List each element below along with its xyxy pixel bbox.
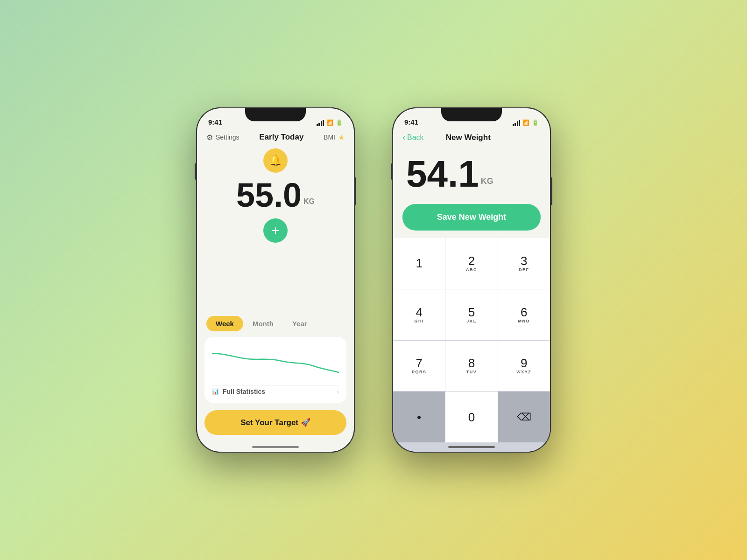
key-6[interactable]: 6 MNO [498, 289, 550, 340]
back-chevron-icon: ‹ [402, 133, 405, 142]
key-7-sub: PQRS [412, 370, 427, 374]
settings-label: Settings [216, 133, 240, 141]
key-2[interactable]: 2 ABC [445, 238, 497, 289]
period-tab-bar: Week Month Year [197, 312, 354, 335]
home-indicator-2 [393, 442, 550, 452]
key-3[interactable]: 3 DEF [498, 238, 550, 289]
back-button[interactable]: ‹ Back [402, 133, 424, 142]
key-2-sub: ABC [466, 267, 477, 272]
weight-unit-2: KG [481, 176, 493, 186]
nav-bar-1: ⚙ Settings Early Today BMI ★ [197, 129, 354, 144]
status-icons-1: 📶 🔋 [317, 119, 343, 126]
chevron-right-icon: › [337, 388, 339, 395]
status-icons-2: 📶 🔋 [513, 119, 539, 126]
key-3-main: 3 [521, 255, 527, 267]
key-4-main: 4 [416, 306, 422, 318]
key-1[interactable]: 1 [393, 238, 445, 289]
full-stats-row[interactable]: 📊 Full Statistics › [212, 385, 339, 395]
weight-chart [212, 344, 339, 382]
key-8-sub: TUV [466, 370, 477, 374]
bell-button[interactable]: 🔔 [263, 148, 288, 173]
key-0[interactable]: 0 [445, 392, 497, 442]
nav-title-1: Early Today [259, 133, 303, 142]
key-7[interactable]: 7 PQRS [393, 341, 445, 392]
bar-chart-icon: 📊 [212, 388, 219, 395]
key-2-main: 2 [468, 255, 475, 267]
home-bar-2 [448, 446, 495, 448]
key-4[interactable]: 4 GHI [393, 289, 445, 340]
home-bar-1 [252, 446, 299, 448]
tab-year[interactable]: Year [283, 316, 317, 331]
wifi-icon: 📶 [326, 119, 333, 126]
save-btn-label: Save New Weight [437, 212, 507, 222]
phone-2: 9:41 📶 🔋 ‹ Back New Weight [392, 107, 551, 453]
key-0-main: 0 [468, 411, 475, 423]
gear-icon: ⚙ [206, 133, 213, 142]
weight-display-2: 54.1KG [393, 144, 550, 200]
nav-bar-2: ‹ Back New Weight [393, 129, 550, 144]
key-3-sub: DEF [519, 267, 529, 272]
screen-1: ⚙ Settings Early Today BMI ★ 🔔 55.0KG + [197, 129, 354, 452]
set-target-button[interactable]: Set Your Target 🚀 [204, 410, 346, 435]
key-dot-main: • [417, 411, 421, 423]
weight-unit-1: KG [303, 197, 315, 205]
battery-icon-2: 🔋 [532, 119, 539, 126]
full-stats-label: Full Statistics [223, 388, 265, 395]
save-weight-button[interactable]: Save New Weight [402, 204, 541, 231]
bmi-label: BMI [324, 133, 335, 141]
backspace-icon: ⌫ [517, 412, 531, 422]
key-8-main: 8 [468, 357, 475, 369]
notch-2 [441, 108, 502, 121]
bell-icon-symbol: 🔔 [269, 154, 282, 167]
key-9[interactable]: 9 WXYZ [498, 341, 550, 392]
chart-svg [212, 344, 339, 382]
phone-1: 9:41 📶 🔋 ⚙ Settings Early Today [196, 107, 355, 453]
key-5[interactable]: 5 JKL [445, 289, 497, 340]
nav-title-2: New Weight [446, 133, 491, 142]
key-1-main: 1 [416, 257, 422, 269]
key-5-sub: JKL [466, 319, 477, 323]
key-7-main: 7 [416, 357, 422, 369]
home-indicator-1 [197, 442, 354, 452]
weight-value-1: 55.0 [236, 176, 302, 214]
back-label: Back [407, 133, 424, 142]
key-dot[interactable]: • [393, 392, 445, 442]
bmi-nav[interactable]: BMI ★ [324, 133, 345, 142]
weight-display-1: 55.0KG [197, 178, 354, 212]
status-time-1: 9:41 [208, 118, 222, 126]
tab-week[interactable]: Week [206, 316, 243, 331]
key-5-main: 5 [468, 306, 475, 318]
screen-2: ‹ Back New Weight 54.1KG Save New Weight… [393, 129, 550, 452]
full-stats-left: 📊 Full Statistics [212, 388, 265, 395]
weight-value-2: 54.1 [406, 153, 479, 195]
key-backspace[interactable]: ⌫ [498, 392, 550, 442]
target-btn-label: Set Your Target 🚀 [240, 418, 310, 427]
status-time-2: 9:41 [404, 118, 418, 126]
add-icon: + [272, 223, 279, 238]
key-6-main: 6 [521, 306, 527, 318]
key-8[interactable]: 8 TUV [445, 341, 497, 392]
key-9-main: 9 [521, 357, 527, 369]
signal-icon [317, 120, 324, 126]
battery-icon: 🔋 [336, 119, 343, 126]
signal-icon-2 [513, 120, 521, 126]
notch [245, 108, 306, 121]
add-weight-button[interactable]: + [263, 218, 288, 243]
key-4-sub: GHI [414, 319, 424, 323]
numpad: 1 2 ABC 3 DEF 4 GHI 5 JKL [393, 238, 550, 442]
key-9-sub: WXYZ [516, 370, 531, 374]
star-icon: ★ [338, 133, 345, 142]
chart-card: 📊 Full Statistics › [204, 337, 346, 403]
tab-month[interactable]: Month [243, 316, 283, 331]
key-6-sub: MNO [518, 319, 530, 323]
wifi-icon-2: 📶 [522, 119, 529, 126]
settings-nav[interactable]: ⚙ Settings [206, 133, 240, 142]
